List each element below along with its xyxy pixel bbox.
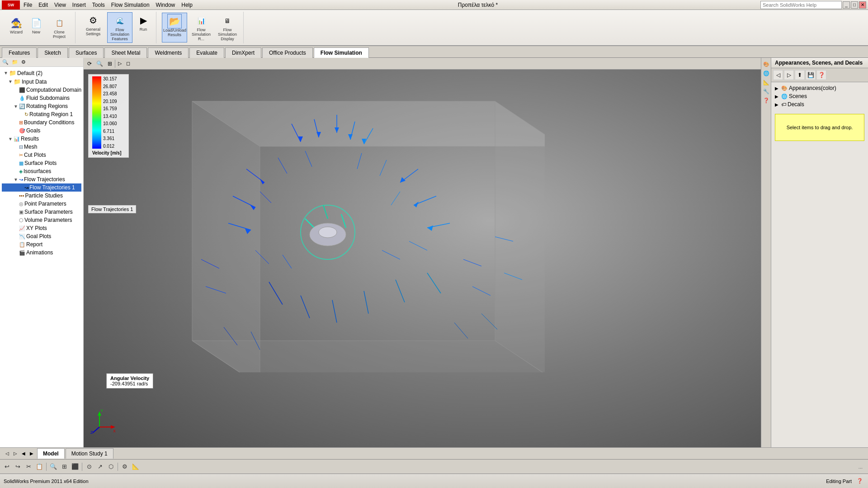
tab-evaluate[interactable]: Evaluate xyxy=(189,47,224,58)
tree-item-report[interactable]: 📋 Report xyxy=(2,240,81,249)
menu-help[interactable]: Help xyxy=(179,1,195,9)
new-button[interactable]: 📄 New xyxy=(27,15,45,40)
tree-item-fluid-subdomains[interactable]: 💧 Fluid Subdomains xyxy=(2,94,81,102)
tree-item-results[interactable]: ▼ 📊 Results xyxy=(2,135,81,143)
bt-icon-3[interactable]: ✂ xyxy=(24,462,33,472)
search-input[interactable] xyxy=(763,2,826,8)
rp-tree-appearances[interactable]: ▶ 🎨 Appearances(color) xyxy=(773,84,866,92)
vp-toolbar-icon-5[interactable]: ◻ xyxy=(124,60,132,67)
tab-model[interactable]: Model xyxy=(37,448,65,459)
bt-icon-4[interactable]: 📋 xyxy=(34,462,44,472)
bt-icon-7[interactable]: ⬛ xyxy=(70,462,80,472)
bt-icon-12[interactable]: 📐 xyxy=(131,462,141,472)
bottom-nav-right[interactable]: ▷ xyxy=(12,450,19,457)
tree-item-particle-studies[interactable]: ••• Particle Studies xyxy=(2,192,81,200)
minimize-button[interactable]: _ xyxy=(843,1,850,9)
menu-edit[interactable]: Edit xyxy=(36,1,51,9)
tab-sheet-metal[interactable]: Sheet Metal xyxy=(104,47,147,58)
tree-item-flow-trajectories[interactable]: ▼ ↝ Flow Trajectories xyxy=(2,175,81,183)
tree-item-cut-plots[interactable]: ✂ Cut Plots xyxy=(2,151,81,159)
wizard-button[interactable]: 🧙 Wizard xyxy=(7,15,25,40)
rp-expand-appearances[interactable]: ▶ xyxy=(775,86,781,91)
tab-weldments[interactable]: Weldments xyxy=(148,47,189,58)
bt-icon-8[interactable]: ⊙ xyxy=(84,462,94,472)
expand-input-data[interactable]: ▼ xyxy=(7,79,14,85)
tab-sketch[interactable]: Sketch xyxy=(38,47,68,58)
rp-icon-3[interactable]: ⬆ xyxy=(795,70,805,80)
expand-results[interactable]: ▼ xyxy=(7,136,14,142)
tree-item-goal-plots[interactable]: 📉 Goal Plots xyxy=(2,232,81,240)
bt-icon-11[interactable]: ⚙ xyxy=(120,462,130,472)
tree-item-comp-domain[interactable]: ⬛ Computational Domain xyxy=(2,86,81,94)
rsi-icon-4[interactable]: 🔧 xyxy=(763,88,770,95)
tree-item-input-data[interactable]: ▼ 📁 Input Data xyxy=(2,77,81,86)
tree-item-mesh[interactable]: ⊟ Mesh xyxy=(2,143,81,151)
expand-rotating[interactable]: ▼ xyxy=(13,103,19,109)
tree-item-rotating-region-1[interactable]: ↻ Rotating Region 1 xyxy=(2,110,81,118)
bt-icon-5[interactable]: 🔍 xyxy=(48,462,58,472)
tree-item-isosurfaces[interactable]: ◈ Isosurfaces xyxy=(2,167,81,175)
search-box[interactable] xyxy=(760,1,842,9)
tab-motion-study-1[interactable]: Motion Study 1 xyxy=(66,448,113,459)
run-button[interactable]: ▶ Run xyxy=(134,12,152,43)
flow-simulation-r-button[interactable]: 📊 Flow Simulation R... xyxy=(189,13,213,42)
bottom-nav-right2[interactable]: ▶ xyxy=(28,450,35,457)
tree-item-surface-parameters[interactable]: ▣ Surface Parameters xyxy=(2,208,81,216)
restore-button[interactable]: □ xyxy=(851,1,858,9)
rsi-icon-5[interactable]: ❓ xyxy=(763,97,770,104)
close-button[interactable]: ✕ xyxy=(859,1,866,9)
clone-project-button[interactable]: 📋 Clone Project xyxy=(47,15,71,40)
tree-item-default[interactable]: ▼ 📁 Default (2) xyxy=(2,69,81,77)
rsi-icon-2[interactable]: 🌐 xyxy=(763,70,770,77)
rp-tree-decals[interactable]: ▶ 🏷 Decals xyxy=(773,100,866,108)
rsi-icon-1[interactable]: 🎨 xyxy=(763,61,770,68)
bt-icon-1[interactable]: ↩ xyxy=(2,462,12,472)
rp-icon-2[interactable]: ▷ xyxy=(784,70,794,80)
menu-insert[interactable]: Insert xyxy=(70,1,89,9)
rsi-icon-3[interactable]: 📐 xyxy=(763,79,770,86)
rp-icon-4[interactable]: 💾 xyxy=(806,70,816,80)
menu-flow-simulation[interactable]: Flow Simulation xyxy=(108,1,152,9)
bt-icon-2[interactable]: ↪ xyxy=(13,462,23,472)
bt-icon-10[interactable]: ⬡ xyxy=(106,462,116,472)
help-button[interactable]: ❓ xyxy=(855,478,864,484)
expand-default[interactable]: ▼ xyxy=(3,70,9,76)
rp-icon-1[interactable]: ◁ xyxy=(773,70,783,80)
vp-toolbar-icon-2[interactable]: 🔍 xyxy=(94,60,105,67)
tree-item-volume-parameters[interactable]: ⬡ Volume Parameters xyxy=(2,216,81,224)
tree-toolbar-icon-1[interactable]: 🔍 xyxy=(1,59,10,66)
load-unload-button[interactable]: 📂 Load/Unload Results xyxy=(162,13,187,42)
rp-expand-decals[interactable]: ▶ xyxy=(775,102,781,107)
viewport[interactable]: ⟳ 🔍 ⊞ ▷ ◻ 30.157 26.807 23.458 20.109 16… xyxy=(84,58,761,447)
tree-item-boundary-conditions[interactable]: ⊞ Boundary Conditions xyxy=(2,118,81,127)
rp-icon-5[interactable]: ❓ xyxy=(816,70,826,80)
tree-item-surface-plots[interactable]: ▦ Surface Plots xyxy=(2,159,81,167)
tree-item-animations[interactable]: 🎬 Animations xyxy=(2,249,81,257)
tab-surfaces[interactable]: Surfaces xyxy=(69,47,104,58)
bt-icon-9[interactable]: ↗ xyxy=(95,462,105,472)
tab-dimxpert[interactable]: DimXpert xyxy=(225,47,261,58)
tree-item-rotating-regions[interactable]: ▼ 🔄 Rotating Regions xyxy=(2,102,81,110)
tree-item-flow-trajectories-1[interactable]: ↝ Flow Trajectories 1 xyxy=(2,183,81,192)
rp-expand-scenes[interactable]: ▶ xyxy=(775,94,781,99)
3d-viewport[interactable]: 30.157 26.807 23.458 20.109 16.759 13.41… xyxy=(84,70,761,447)
vp-toolbar-icon-1[interactable]: ⟳ xyxy=(85,60,94,67)
general-settings-button[interactable]: ⚙ General Settings xyxy=(81,12,105,43)
bottom-nav-left2[interactable]: ◀ xyxy=(20,450,27,457)
tree-toolbar-icon-2[interactable]: 📁 xyxy=(10,59,19,66)
tree-item-point-parameters[interactable]: ◎ Point Parameters xyxy=(2,200,81,208)
vp-toolbar-icon-3[interactable]: ⊞ xyxy=(106,60,114,67)
tree-item-goals[interactable]: 🎯 Goals xyxy=(2,127,81,135)
tree-item-xy-plots[interactable]: 📈 XY Plots xyxy=(2,224,81,232)
flow-simulation-features-button[interactable]: 🌊 Flow Simulation Features xyxy=(107,12,132,43)
tab-office-products[interactable]: Office Products xyxy=(262,47,313,58)
vp-toolbar-icon-4[interactable]: ▷ xyxy=(116,60,123,67)
tree-toolbar-icon-3[interactable]: ⚙ xyxy=(20,59,27,66)
menu-view[interactable]: View xyxy=(52,1,69,9)
menu-window[interactable]: Window xyxy=(153,1,178,9)
tab-features[interactable]: Features xyxy=(2,47,37,58)
flow-simulation-display-button[interactable]: 🖥 Flow Simulation Display xyxy=(215,13,240,42)
bottom-nav-left[interactable]: ◁ xyxy=(4,450,11,457)
menu-file[interactable]: File xyxy=(21,1,35,9)
rp-tree-scenes[interactable]: ▶ 🌐 Scenes xyxy=(773,92,866,100)
